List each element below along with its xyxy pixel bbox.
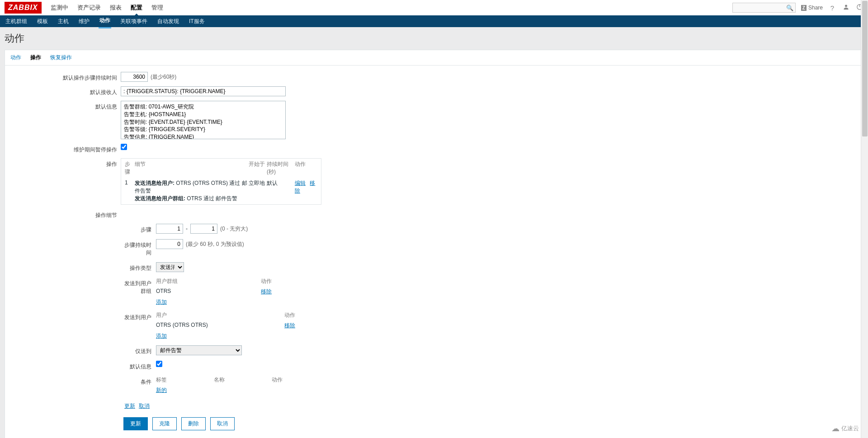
opdetail-update[interactable]: 更新 — [124, 402, 135, 410]
scrollbar[interactable] — [861, 0, 868, 438]
ops-th-detail: 细节 — [135, 160, 249, 176]
subnav-itservices[interactable]: IT服务 — [188, 15, 206, 28]
ops-row: 1 发送消息给用户: OTRS (OTRS OTRS) 通过 邮件告警 发送消息… — [121, 178, 321, 204]
delete-button[interactable]: 删除 — [181, 417, 206, 430]
hint-default-step-duration: (最少60秒) — [151, 73, 176, 81]
user-remove[interactable]: 移除 — [284, 322, 295, 329]
cloud-icon: ☁ — [831, 424, 840, 433]
tab-operation[interactable]: 操作 — [30, 54, 41, 61]
select-op-type[interactable]: 发送消息 — [156, 262, 184, 272]
input-step-to[interactable] — [190, 224, 217, 234]
label-send-to-groups: 发送到用户群组 — [121, 278, 156, 295]
th-cond-action: 动作 — [272, 376, 299, 384]
th-cond-name: 名称 — [214, 376, 272, 384]
opdetail-cancel[interactable]: 取消 — [139, 402, 150, 410]
zabbix-logo: ZABBIX — [5, 2, 42, 14]
subnav-hostgroups[interactable]: 主机群组 — [5, 15, 28, 28]
ops-detail-line1-label: 发送消息给用户: — [135, 180, 175, 186]
ops-step-num: 1 — [125, 179, 135, 186]
checkbox-pause-maintenance[interactable] — [121, 144, 127, 150]
label-step-duration: 步骤持续时间 — [121, 239, 156, 257]
ops-th-step: 步骤 — [125, 160, 135, 176]
input-step-from[interactable] — [156, 224, 183, 234]
group-row: OTRS 移除 — [156, 288, 288, 296]
th-group: 用户群组 — [156, 278, 261, 285]
share-label: Share — [808, 5, 823, 11]
ops-th-start: 开始于 — [249, 160, 267, 176]
label-default-message: 默认信息 — [10, 101, 121, 111]
subnav-maintenance[interactable]: 维护 — [78, 15, 90, 28]
checkbox-default-msg[interactable] — [156, 361, 162, 367]
cancel-button[interactable]: 取消 — [210, 417, 235, 430]
th-user-action: 动作 — [284, 311, 311, 319]
topnav-monitor[interactable]: 监测中 — [51, 4, 68, 12]
label-send-to-users: 发送到用户 — [121, 311, 156, 321]
group-name: OTRS — [156, 288, 261, 296]
group-remove[interactable]: 移除 — [261, 288, 272, 295]
label-steps: 步骤 — [121, 224, 156, 234]
hint-step-duration: (最少 60 秒, 0 为预设值) — [186, 240, 244, 248]
user-icon[interactable] — [842, 4, 850, 12]
label-default-step-duration: 默认操作步骤持续时间 — [10, 72, 121, 82]
ops-th-duration: 持续时间(秒) — [267, 160, 295, 176]
user-name: OTRS (OTRS OTRS) — [156, 322, 284, 330]
page-title: 动作 — [5, 32, 863, 45]
topnav-inventory[interactable]: 资产记录 — [77, 4, 101, 12]
label-default-msg-chk: 默认信息 — [121, 361, 156, 371]
user-row: OTRS (OTRS OTRS) 移除 — [156, 322, 311, 330]
label-pause-maintenance: 维护期间暂停操作 — [10, 144, 121, 154]
user-add[interactable]: 添加 — [156, 333, 167, 339]
help-icon[interactable]: ? — [828, 4, 836, 12]
label-op-detail: 操作细节 — [10, 209, 121, 219]
input-default-step-duration[interactable] — [121, 72, 148, 82]
subnav-correlation[interactable]: 关联项事件 — [119, 15, 148, 28]
search-input[interactable]: 🔍 — [732, 3, 796, 13]
subnav-templates[interactable]: 模板 — [36, 15, 49, 28]
subnav-actions[interactable]: 动作 — [99, 14, 111, 28]
tab-action[interactable]: 动作 — [10, 54, 21, 61]
topnav-admin[interactable]: 管理 — [151, 4, 163, 12]
ops-detail-line2-text: OTRS 通过 邮件告警 — [185, 195, 237, 202]
topnav-reports[interactable]: 报表 — [110, 4, 122, 12]
update-button[interactable]: 更新 — [123, 417, 148, 430]
topnav-config[interactable]: 配置 — [131, 4, 142, 12]
search-icon: 🔍 — [786, 5, 793, 11]
th-group-action: 动作 — [261, 278, 288, 285]
ops-edit[interactable]: 编辑 — [295, 180, 306, 186]
label-conditions: 条件 — [121, 376, 156, 386]
ops-start: 立即地 — [249, 179, 267, 187]
share-button[interactable]: Z Share — [801, 5, 823, 11]
subnav-hosts[interactable]: 主机 — [57, 15, 70, 28]
label-operations: 操作 — [10, 158, 121, 168]
watermark: ☁ 亿速云 — [831, 424, 859, 433]
input-step-duration[interactable] — [156, 239, 183, 249]
th-user: 用户 — [156, 311, 284, 319]
ops-th-action: 动作 — [295, 160, 317, 176]
hint-steps: (0 - 无穷大) — [220, 225, 248, 233]
label-op-type: 操作类型 — [121, 262, 156, 272]
ops-detail-line2-label: 发送消息给用户群组: — [135, 195, 185, 202]
watermark-text: 亿速云 — [841, 424, 859, 433]
select-only-to[interactable]: 邮件告警 — [156, 345, 242, 355]
ops-duration: 默认 — [267, 179, 295, 187]
group-add[interactable]: 添加 — [156, 299, 167, 305]
cond-new[interactable]: 新的 — [156, 387, 167, 393]
input-default-recipient[interactable] — [121, 86, 286, 96]
label-default-recipient: 默认接收人 — [10, 86, 121, 96]
clone-button[interactable]: 克隆 — [152, 417, 177, 430]
label-only-to: 仅送到 — [121, 345, 156, 355]
textarea-default-message[interactable] — [121, 101, 286, 139]
th-cond-tag: 标签 — [156, 376, 214, 384]
subnav-discovery[interactable]: 自动发现 — [156, 15, 180, 28]
tab-recovery[interactable]: 恢复操作 — [50, 54, 72, 61]
svg-point-0 — [845, 5, 847, 7]
share-z-icon: Z — [801, 5, 807, 11]
